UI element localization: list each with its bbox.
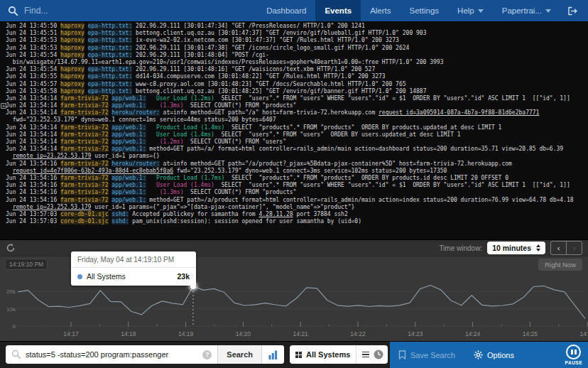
- log-program[interactable]: epa-http.txt:: [88, 66, 133, 72]
- log-host[interactable]: core-db-01.sjc: [60, 211, 108, 217]
- log-program[interactable]: app/web.1:: [111, 102, 146, 109]
- log-program[interactable]: epa-http.txt:: [88, 23, 133, 29]
- log-host[interactable]: haproxy: [60, 88, 85, 94]
- log-host[interactable]: farm-trivia-72: [60, 175, 108, 181]
- right-now-button[interactable]: Right Now: [538, 259, 582, 271]
- log-row[interactable]: request_id=4e7f806e-63b2-493a-88d4-ec8eb…: [0, 168, 588, 175]
- log-host[interactable]: haproxy: [60, 45, 85, 51]
- log-row[interactable]: Jun 24 13:54:14 farm-trivia-72 app/web.1…: [0, 124, 588, 131]
- log-host[interactable]: core-db-01.sjc: [60, 218, 108, 224]
- log-message: SELECT "users".* FROM "users" ORDER BY u…: [214, 131, 461, 138]
- log-program[interactable]: app/web.1:: [111, 182, 146, 188]
- log-row[interactable]: Jun 24 13:45:53 haproxy epa-http.txt: ix…: [0, 37, 588, 44]
- log-host[interactable]: farm-trivia-72: [60, 124, 108, 131]
- options-button[interactable]: Options: [474, 350, 514, 359]
- log-row[interactable]: Jun 24 13:54:14 farm-trivia-72 app/web.1…: [0, 146, 588, 153]
- log-row[interactable]: Jun 24 13:54:14 farm-trivia-72 app/web.1…: [0, 95, 588, 102]
- log-host[interactable]: haproxy: [60, 52, 85, 58]
- log-program[interactable]: app/web.1:: [111, 124, 146, 131]
- log-host[interactable]: haproxy: [60, 73, 85, 80]
- log-row[interactable]: Jun 24 13:54:16 farm-trivia-72 app/web.1…: [0, 175, 588, 182]
- log-host[interactable]: farm-trivia-72: [60, 146, 108, 152]
- log-row[interactable]: fwd="23.252.53.179" dyno=web.1 connect=1…: [0, 117, 588, 124]
- nav-item-settings[interactable]: Settings: [401, 0, 449, 21]
- log-host[interactable]: haproxy: [60, 37, 85, 43]
- log-program[interactable]: app/web.1:: [111, 146, 146, 152]
- log-row[interactable]: +Jun 24 13:54:14 farm-trivia-72 app/web.…: [0, 102, 588, 109]
- log-program[interactable]: heroku/router:: [111, 161, 159, 167]
- log-host[interactable]: farm-trivia-72: [60, 189, 108, 195]
- pause-button[interactable]: PAUSE: [565, 345, 582, 365]
- log-program[interactable]: epa-http.txt:: [88, 88, 133, 94]
- log-program[interactable]: sshd:: [111, 211, 129, 217]
- log-host[interactable]: haproxy: [60, 23, 85, 29]
- log-program[interactable]: epa-http.txt:: [88, 52, 133, 58]
- sign-out-button[interactable]: [560, 0, 588, 21]
- log-program[interactable]: app/web.1:: [111, 139, 146, 145]
- log-row[interactable]: Jun 24 13:45:58 haproxy epa-http.txt: be…: [0, 88, 588, 95]
- log-program[interactable]: app/web.1:: [111, 131, 146, 138]
- highlighted-point[interactable]: [190, 283, 196, 289]
- next-window-button[interactable]: ›: [567, 242, 582, 254]
- query-input[interactable]: [26, 350, 197, 359]
- log-host[interactable]: farm-trivia-72: [60, 109, 108, 116]
- systems-selector-button[interactable]: All Systems: [290, 345, 375, 364]
- expand-context-icon[interactable]: +: [1, 103, 6, 109]
- search-button[interactable]: Search: [217, 345, 261, 364]
- log-row[interactable]: Jun 24 13:45:50 haproxy epa-http.txt: 20…: [0, 23, 588, 30]
- log-program[interactable]: app/web.1:: [111, 189, 146, 195]
- log-host[interactable]: haproxy: [60, 66, 85, 72]
- log-program[interactable]: app/web.1:: [111, 95, 146, 102]
- help-icon[interactable]: ?: [202, 350, 212, 359]
- log-row[interactable]: remote_ip=23.252.53.179 user_id=1 params…: [0, 153, 588, 160]
- log-row[interactable]: Jun 24 13:54:16 farm-trivia-72 heroku/ro…: [0, 161, 588, 168]
- save-search-button[interactable]: Save Search: [398, 350, 455, 359]
- log-row[interactable]: Jun 24 13:54:16 farm-trivia-72 app/web.1…: [0, 182, 588, 189]
- nav-item-help[interactable]: Help: [448, 0, 493, 21]
- log-host[interactable]: farm-trivia-72: [60, 131, 108, 138]
- log-row[interactable]: Jun 24 13:54:16 farm-trivia-72 app/web.1…: [0, 197, 588, 204]
- log-host[interactable]: farm-trivia-72: [60, 182, 108, 188]
- log-row[interactable]: remote_ip=23.252.53.179 user_id=1 params…: [0, 204, 588, 211]
- nav-item-dashboard[interactable]: Dashboard: [257, 0, 315, 21]
- log-host[interactable]: farm-trivia-72: [60, 197, 108, 203]
- log-program[interactable]: sshd:: [111, 218, 129, 224]
- log-row[interactable]: Jun 24 13:57:03 core-db-01.sjc sshd: Acc…: [0, 211, 588, 218]
- log-row[interactable]: Jun 24 13:54:14 farm-trivia-72 app/web.1…: [0, 131, 588, 139]
- nav-item-alerts[interactable]: Alerts: [361, 0, 400, 21]
- log-row[interactable]: Jun 24 13:57:03 core-db-01.sjc sshd: pam…: [0, 218, 588, 225]
- log-row[interactable]: Jun 24 13:54:14 farm-trivia-72 app/web.1…: [0, 139, 588, 146]
- nav-item-papertrai[interactable]: Papertrai...: [493, 0, 560, 21]
- nav-item-events[interactable]: Events: [315, 0, 361, 21]
- previous-window-button[interactable]: ‹: [551, 242, 567, 254]
- log-host[interactable]: haproxy: [60, 81, 85, 87]
- log-program[interactable]: epa-http.txt:: [88, 37, 133, 43]
- log-program[interactable]: epa-http.txt:: [88, 73, 133, 80]
- log-program[interactable]: epa-http.txt:: [88, 81, 133, 87]
- refresh-button[interactable]: [6, 243, 16, 253]
- log-row[interactable]: Jun 24 13:54:14 farm-trivia-72 heroku/ro…: [0, 109, 588, 117]
- log-row[interactable]: Jun 24 13:45:55 haproxy epa-http.txt: dd…: [0, 73, 588, 80]
- log-program[interactable]: epa-http.txt:: [88, 45, 133, 51]
- log-host[interactable]: farm-trivia-72: [60, 161, 108, 167]
- log-program[interactable]: app/web.1:: [111, 197, 146, 203]
- log-row[interactable]: Jun 24 13:45:57 haproxy epa-http.txt: ww…: [0, 81, 588, 88]
- log-host[interactable]: farm-trivia-72: [60, 102, 108, 109]
- log-host[interactable]: farm-trivia-72: [60, 139, 108, 145]
- log-host[interactable]: haproxy: [60, 30, 85, 36]
- log-row[interactable]: Jun 24 13:45:54 haproxy epa-http.txt: 20…: [0, 52, 588, 59]
- log-row[interactable]: bin/waisgate/134.67.99.11=earth1.epa.gov…: [0, 59, 588, 66]
- find-input[interactable]: Find...: [0, 0, 48, 21]
- log-row[interactable]: Jun 24 13:45:54 haproxy epa-http.txt: 20…: [0, 66, 588, 73]
- time-window-select[interactable]: 10 minutes: [487, 242, 545, 254]
- chart-mode-button[interactable]: [261, 345, 284, 364]
- log-row[interactable]: Jun 24 13:45:51 haproxy epa-http.txt: be…: [0, 30, 588, 37]
- log-program[interactable]: app/web.1:: [111, 175, 146, 181]
- log-program[interactable]: epa-http.txt:: [88, 30, 133, 36]
- event-log-list[interactable]: Jun 24 13:45:50 haproxy epa-http.txt: 20…: [0, 21, 588, 239]
- log-host[interactable]: farm-trivia-72: [60, 95, 108, 102]
- log-row[interactable]: Jun 24 13:45:53 haproxy epa-http.txt: 20…: [0, 45, 588, 52]
- log-program[interactable]: heroku/router:: [111, 109, 159, 116]
- time-jump-button[interactable]: [369, 345, 388, 364]
- log-row[interactable]: Jun 24 13:54:16 farm-trivia-72 app/web.1…: [0, 189, 588, 196]
